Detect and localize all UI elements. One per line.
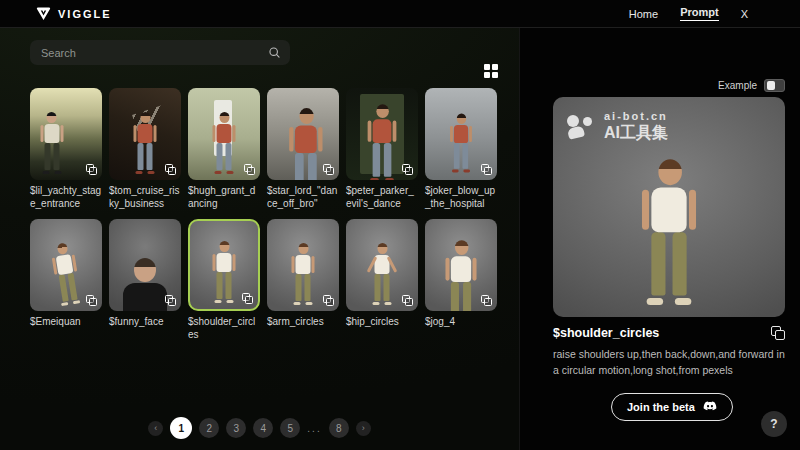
preview-title-row: $shoulder_circles bbox=[553, 326, 785, 340]
use-template-icon[interactable] bbox=[242, 293, 253, 304]
main-area: $lil_yachty_stage_entrance $tom_cruise_r… bbox=[0, 28, 800, 450]
person-figure bbox=[215, 241, 234, 303]
gallery-thumbnail[interactable] bbox=[267, 219, 339, 311]
nav-link-home[interactable]: Home bbox=[629, 8, 658, 20]
use-template-icon[interactable] bbox=[244, 164, 255, 175]
use-template-icon[interactable] bbox=[481, 164, 492, 175]
brand-name: VIGGLE bbox=[58, 8, 112, 20]
gallery-card[interactable]: $peter_parker_evil's_dance bbox=[346, 88, 418, 210]
use-template-icon[interactable] bbox=[165, 295, 176, 306]
pagination-page-5[interactable]: 5 bbox=[280, 418, 300, 438]
gallery-card-label: $hip_circles bbox=[346, 316, 418, 341]
person-figure bbox=[452, 113, 470, 172]
copy-prompt-icon[interactable] bbox=[771, 326, 785, 340]
person-figure bbox=[215, 112, 234, 174]
gallery-card-label: $peter_parker_evil's_dance bbox=[346, 185, 418, 210]
gallery-thumbnail[interactable] bbox=[109, 88, 181, 180]
use-template-icon[interactable] bbox=[402, 164, 413, 175]
gallery-card-label: $star_lord_"dance_off_bro" bbox=[267, 185, 339, 210]
preview-description: raise shoulders up,then back,down,and fo… bbox=[553, 346, 785, 379]
person-figure bbox=[292, 108, 320, 180]
pagination-ellipsis: ... bbox=[307, 423, 321, 434]
pagination-page-2[interactable]: 2 bbox=[199, 418, 219, 438]
gallery-card[interactable]: $star_lord_"dance_off_bro" bbox=[267, 88, 339, 210]
gallery-thumbnail[interactable] bbox=[188, 88, 260, 180]
gallery-card[interactable]: $shoulder_circles bbox=[188, 219, 260, 341]
join-beta-label: Join the beta bbox=[627, 401, 695, 413]
watermark-line2: AI工具集 bbox=[604, 123, 668, 144]
top-nav: HomePromptX bbox=[629, 6, 748, 21]
preview-panel: Example ai-bot.cn AI工具集 $shoulder_circ bbox=[520, 28, 800, 450]
gallery-thumbnail[interactable] bbox=[267, 88, 339, 180]
example-toggle[interactable] bbox=[764, 79, 785, 92]
pagination-prev[interactable]: ‹ bbox=[148, 421, 163, 436]
gallery-card-label: $joker_blow_up_the_hospital bbox=[425, 185, 497, 210]
viggle-logo[interactable]: VIGGLE bbox=[36, 6, 112, 21]
use-template-icon[interactable] bbox=[165, 164, 176, 175]
example-row: Example bbox=[553, 78, 785, 92]
gallery-card[interactable]: $arm_circles bbox=[267, 219, 339, 341]
nav-link-prompt[interactable]: Prompt bbox=[680, 6, 719, 21]
person-figure bbox=[294, 243, 313, 305]
search-input[interactable] bbox=[30, 47, 290, 59]
gallery-thumbnail[interactable] bbox=[30, 219, 102, 311]
pagination-page-1[interactable]: 1 bbox=[170, 417, 192, 439]
person-figure bbox=[373, 243, 392, 305]
watermark-line1: ai-bot.cn bbox=[604, 110, 668, 122]
gallery-card[interactable]: $tom_cruise_risky_business bbox=[109, 88, 181, 210]
gallery-card[interactable]: $lil_yachty_stage_entrance bbox=[30, 88, 102, 210]
gallery-card[interactable]: $funny_face bbox=[109, 219, 181, 341]
gallery-card[interactable]: $hip_circles bbox=[346, 219, 418, 341]
pagination-page-4[interactable]: 4 bbox=[253, 418, 273, 438]
pagination-page-3[interactable]: 3 bbox=[226, 418, 246, 438]
gallery-thumbnail[interactable] bbox=[188, 219, 260, 311]
use-template-icon[interactable] bbox=[86, 164, 97, 175]
ai-bot-logo-icon bbox=[566, 114, 596, 141]
person-figure bbox=[123, 258, 167, 311]
gallery-panel: $lil_yachty_stage_entrance $tom_cruise_r… bbox=[0, 28, 520, 450]
gallery-card-label: $hugh_grant_dancing bbox=[188, 185, 260, 210]
person-figure bbox=[370, 104, 394, 180]
nav-link-x[interactable]: X bbox=[741, 8, 748, 20]
help-button[interactable]: ? bbox=[761, 411, 787, 437]
discord-icon bbox=[703, 401, 717, 412]
gallery-grid: $lil_yachty_stage_entrance $tom_cruise_r… bbox=[30, 88, 498, 341]
gallery-thumbnail[interactable] bbox=[109, 219, 181, 311]
gallery-card[interactable]: $joker_blow_up_the_hospital bbox=[425, 88, 497, 210]
use-template-icon[interactable] bbox=[481, 295, 492, 306]
example-label: Example bbox=[718, 80, 757, 91]
gallery-card-label: $Emeiquan bbox=[30, 316, 102, 341]
pagination-page-8[interactable]: 8 bbox=[329, 418, 349, 438]
gallery-card-label: $tom_cruise_risky_business bbox=[109, 185, 181, 210]
gallery-card[interactable]: $hugh_grant_dancing bbox=[188, 88, 260, 210]
person-figure bbox=[42, 112, 61, 174]
gallery-card-label: $funny_face bbox=[109, 316, 181, 341]
use-template-icon[interactable] bbox=[86, 295, 97, 306]
use-template-icon[interactable] bbox=[323, 295, 334, 306]
use-template-icon[interactable] bbox=[402, 295, 413, 306]
watermark: ai-bot.cn AI工具集 bbox=[566, 110, 668, 144]
search-bar[interactable] bbox=[30, 40, 290, 65]
gallery-thumbnail[interactable] bbox=[425, 219, 497, 311]
preview-image: ai-bot.cn AI工具集 bbox=[553, 97, 785, 317]
gallery-thumbnail[interactable] bbox=[30, 88, 102, 180]
gallery-thumbnail[interactable] bbox=[346, 88, 418, 180]
viggle-app: VIGGLE HomePromptX $lil_yachty_stage_e bbox=[0, 0, 800, 450]
gallery-card-label: $arm_circles bbox=[267, 316, 339, 341]
gallery-thumbnail[interactable] bbox=[346, 219, 418, 311]
grid-view-icon[interactable] bbox=[484, 64, 499, 79]
gallery-card-label: $lil_yachty_stage_entrance bbox=[30, 185, 102, 210]
person-figure bbox=[448, 240, 474, 311]
search-icon bbox=[268, 46, 281, 59]
pagination-next[interactable]: › bbox=[356, 421, 371, 436]
join-beta-button[interactable]: Join the beta bbox=[611, 393, 733, 421]
person-figure bbox=[52, 241, 80, 305]
gallery-card-label: $shoulder_circles bbox=[188, 316, 260, 341]
gallery-thumbnail[interactable] bbox=[425, 88, 497, 180]
gallery-card[interactable]: $Emeiquan bbox=[30, 219, 102, 341]
use-template-icon[interactable] bbox=[323, 164, 334, 175]
gallery-card[interactable]: $jog_4 bbox=[425, 219, 497, 341]
top-bar: VIGGLE HomePromptX bbox=[0, 0, 800, 28]
gallery-card-label: $jog_4 bbox=[425, 316, 497, 341]
preview-title: $shoulder_circles bbox=[553, 326, 659, 340]
